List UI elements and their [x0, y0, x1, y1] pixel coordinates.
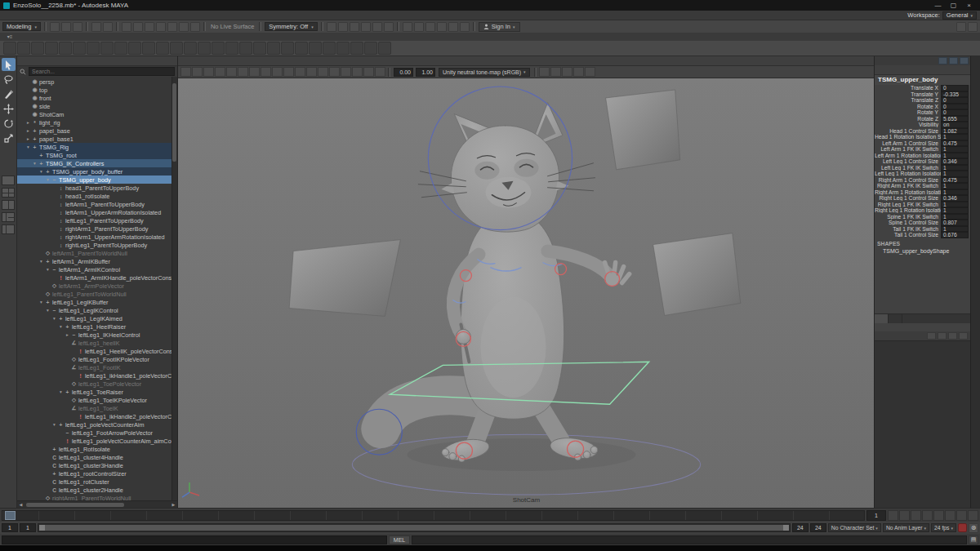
- outliner-item[interactable]: ◉ top: [17, 86, 177, 94]
- file-icon[interactable]: [73, 22, 82, 32]
- menu-set-selector[interactable]: Modeling ▾: [2, 22, 41, 31]
- playback-button[interactable]: [899, 510, 910, 521]
- expand-arrow-icon[interactable]: ▸: [65, 332, 70, 337]
- viewport-toolbar-icon[interactable]: [203, 67, 214, 77]
- range-bar[interactable]: [39, 525, 789, 531]
- outliner-item[interactable]: ▾ + TSMG_Rig: [17, 143, 177, 151]
- shelf-tool-icon[interactable]: [31, 42, 44, 55]
- shelf-tool-icon[interactable]: [142, 42, 155, 55]
- shelf-tool-icon[interactable]: [59, 42, 72, 55]
- attribute-value-field[interactable]: 1: [941, 214, 969, 220]
- auto-keyframe-button[interactable]: [958, 523, 967, 532]
- outliner-item[interactable]: + leftLeg1_rootControlSizer: [17, 469, 177, 478]
- viewport-toolbar-icon[interactable]: [261, 67, 271, 77]
- fps-selector[interactable]: 24 fps ▾: [931, 523, 956, 532]
- shelf-tool-icon[interactable]: [378, 42, 391, 55]
- layout-four-pane-button[interactable]: [2, 188, 15, 198]
- playback-button[interactable]: [933, 510, 944, 521]
- outliner-item[interactable]: ↕ leftArm1_ParentToUpperBody: [17, 200, 177, 208]
- attribute-value-field[interactable]: 0: [941, 104, 969, 110]
- viewport-toolbar-icon[interactable]: [539, 67, 550, 77]
- expand-arrow-icon[interactable]: ▾: [51, 316, 57, 321]
- outliner-item[interactable]: ~ leftLeg1_FootArrowPoleVector: [17, 429, 177, 437]
- attribute-value-field[interactable]: 0.475: [941, 140, 969, 147]
- sidebar-toggle-icon[interactable]: [949, 57, 958, 64]
- outliner-item[interactable]: ↕ head1_ParentToUpperBody: [17, 184, 177, 192]
- outliner-item[interactable]: C leftLeg1_cluster2Handle: [17, 486, 177, 494]
- outliner-item[interactable]: ! leftArm1_ArmIKHandle_poleVectorConstra…: [17, 273, 177, 282]
- minimize-button[interactable]: —: [930, 2, 946, 9]
- outliner-item[interactable]: ↕ head1_rotIsolate: [17, 192, 177, 200]
- layer-list[interactable]: [875, 340, 970, 508]
- outliner-search-input[interactable]: [29, 67, 175, 76]
- rotate-tool-button[interactable]: [2, 117, 16, 130]
- outliner-item[interactable]: ∠ leftLeg1_ToeIK: [17, 404, 177, 412]
- attribute-value-field[interactable]: 0.346: [941, 158, 969, 165]
- outliner-item[interactable]: ◇ rightArm1_ParentToWorldNull: [17, 494, 177, 500]
- attribute-label[interactable]: Translate Z: [875, 97, 941, 103]
- outliner-item[interactable]: ◉ ShotCam: [17, 110, 177, 118]
- attribute-label[interactable]: Visibility: [875, 122, 941, 127]
- selection-mask-icon[interactable]: [145, 22, 154, 32]
- viewport-toolbar-icon[interactable]: [363, 67, 374, 77]
- expand-arrow-icon[interactable]: ▸: [25, 128, 31, 133]
- history-connection-icon[interactable]: [414, 22, 424, 32]
- shelf-tool-icon[interactable]: [225, 42, 238, 55]
- attribute-value-field[interactable]: 1: [941, 134, 969, 140]
- attribute-value-field[interactable]: 0: [941, 85, 969, 91]
- sidebar-toggle-icon[interactable]: [938, 57, 947, 64]
- outliner-item[interactable]: ↕ rightLeg1_ParentToUpperBody: [17, 241, 177, 249]
- outliner-item[interactable]: + TSMG_root: [17, 151, 177, 159]
- attribute-label[interactable]: Head 1 Rotation Isolation Switch: [875, 134, 941, 140]
- scroll-left-button[interactable]: ◀: [17, 502, 24, 507]
- layer-menu-item[interactable]: [875, 323, 881, 331]
- attribute-label[interactable]: Right Arm 1 Rotation Isolation Switch: [875, 189, 941, 195]
- viewport-toolbar-icon[interactable]: [295, 67, 305, 77]
- file-icon[interactable]: [50, 22, 60, 32]
- scrollbar-thumb[interactable]: [26, 503, 124, 507]
- attribute-value-field[interactable]: 0.475: [941, 177, 969, 184]
- viewport-toolbar-icon[interactable]: [352, 67, 363, 77]
- expand-arrow-icon[interactable]: ▾: [58, 324, 64, 329]
- playback-button[interactable]: [911, 510, 921, 521]
- viewport-toolbar-icon[interactable]: [283, 67, 294, 77]
- outliner-item[interactable]: ▾ + leftLeg1_LegIKBuffer: [17, 298, 177, 306]
- outliner-item[interactable]: ↕ rightArm1_ParentToUpperBody: [17, 224, 177, 233]
- selection-mask-icon[interactable]: [179, 22, 189, 32]
- expand-arrow-icon[interactable]: ▸: [25, 120, 31, 125]
- tonemap-selector[interactable]: Unity neutral tone-map (sRGB) ▾: [439, 68, 530, 77]
- outliner-item[interactable]: C leftLeg1_rotCluster: [17, 478, 177, 486]
- outliner-item[interactable]: ▸ + papel_base: [17, 127, 177, 135]
- shelf-tool-icon[interactable]: [198, 42, 211, 55]
- attribute-label[interactable]: Right Leg 1 Control Size: [875, 195, 941, 201]
- scale-tool-button[interactable]: [2, 131, 16, 144]
- attribute-value-field[interactable]: 0.807: [941, 220, 969, 226]
- attribute-label[interactable]: Rotate X: [875, 104, 941, 109]
- snap-icon[interactable]: [384, 22, 394, 32]
- history-connection-icon[interactable]: [425, 22, 435, 32]
- attribute-label[interactable]: Spine 1 Control Size: [875, 220, 941, 225]
- expand-arrow-icon[interactable]: ▾: [38, 300, 44, 304]
- range-end-handle[interactable]: [783, 525, 789, 531]
- animation-end-field[interactable]: 24: [810, 523, 826, 532]
- snap-icon[interactable]: [327, 22, 336, 32]
- snap-icon[interactable]: [338, 22, 348, 32]
- command-input[interactable]: [2, 535, 387, 544]
- paper-sheet-right[interactable]: [653, 233, 741, 316]
- shelf-tool-icon[interactable]: [281, 42, 294, 55]
- outliner-item[interactable]: ▾ + TSMG_upper_body_buffer: [17, 167, 177, 176]
- outliner-item[interactable]: + leftLeg1_RotIsolate: [17, 445, 177, 453]
- expand-arrow-icon[interactable]: ▾: [38, 169, 44, 174]
- scrollbar-thumb[interactable]: [172, 83, 176, 162]
- sidebar-toggle-icon[interactable]: [960, 57, 969, 64]
- attribute-label[interactable]: Right Leg 1 Rotation Isolation Switch: [875, 207, 941, 213]
- shelf-tool-icon[interactable]: [336, 42, 350, 55]
- shelf-tool-icon[interactable]: [323, 42, 336, 55]
- selection-mask-icon[interactable]: [190, 22, 200, 32]
- viewport-toolbar-icon[interactable]: [249, 67, 260, 77]
- attribute-value-field[interactable]: 1: [941, 146, 969, 153]
- history-connection-icon[interactable]: [403, 22, 412, 32]
- shelf-tool-icon[interactable]: [156, 42, 169, 55]
- expand-arrow-icon[interactable]: ▾: [32, 161, 38, 166]
- layer-action-icon[interactable]: [959, 332, 968, 340]
